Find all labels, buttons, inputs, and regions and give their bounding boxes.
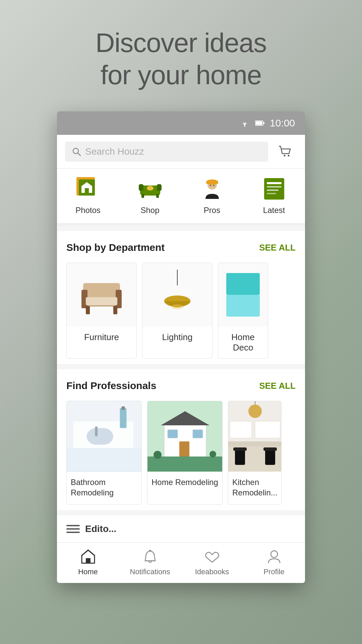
svg-rect-13 <box>139 184 143 191</box>
svg-rect-64 <box>233 447 247 451</box>
search-bar-row: Search Houzz <box>57 135 305 169</box>
svg-rect-25 <box>267 186 282 187</box>
ideabooks-nav-label: Ideabooks <box>195 568 229 576</box>
bottom-nav-notifications[interactable]: Notifications <box>125 548 175 576</box>
battery-icon <box>255 120 264 126</box>
bathroom-illustration <box>67 401 141 472</box>
svg-point-22 <box>213 185 215 186</box>
svg-point-56 <box>209 451 216 458</box>
bottom-nav-home[interactable]: Home <box>63 548 113 576</box>
status-time: 10:00 <box>270 117 295 129</box>
furniture-icon <box>76 270 127 320</box>
svg-rect-15 <box>141 194 144 198</box>
partial-section-title: Edito... <box>85 524 116 534</box>
bathroom-card-img <box>67 401 141 472</box>
search-placeholder: Search Houzz <box>85 146 144 157</box>
svg-rect-72 <box>86 558 90 563</box>
svg-rect-40 <box>226 295 260 317</box>
nav-item-pros[interactable]: Pros <box>199 175 226 215</box>
hero-section: Discover ideas for your home <box>0 0 362 111</box>
home-remodel-label: Home Remodeling <box>147 472 222 494</box>
dept-section-title: Shop by Department <box>66 242 165 253</box>
svg-rect-67 <box>255 421 280 438</box>
svg-point-17 <box>147 186 154 191</box>
pros-icon <box>199 175 226 202</box>
svg-rect-52 <box>168 430 178 438</box>
kitchen-remodel-img <box>228 401 281 472</box>
svg-point-6 <box>284 155 286 157</box>
svg-rect-34 <box>86 297 117 305</box>
cart-icon-wrap[interactable] <box>274 142 297 162</box>
home-remodel-illustration <box>147 401 222 472</box>
app-frame: 10:00 Search Houzz <box>57 111 305 583</box>
pro-card-bathroom[interactable]: Bathroom Remodeling <box>66 401 142 505</box>
svg-rect-51 <box>179 441 189 458</box>
bottom-nav-ideabooks[interactable]: Ideabooks <box>187 548 237 576</box>
svg-line-5 <box>78 153 80 156</box>
svg-rect-45 <box>95 426 98 436</box>
pros-see-all[interactable]: SEE ALL <box>259 381 296 391</box>
profile-nav-icon <box>266 548 283 565</box>
svg-rect-3 <box>263 122 264 124</box>
home-remodel-img <box>147 401 222 472</box>
svg-rect-66 <box>230 421 252 438</box>
furniture-label: Furniture <box>67 327 136 348</box>
nav-item-shop[interactable]: Shop <box>137 175 164 215</box>
svg-rect-65 <box>263 447 277 451</box>
svg-rect-14 <box>157 184 162 191</box>
dept-section-header: Shop by Department SEE ALL <box>66 242 296 253</box>
photos-label: Photos <box>75 206 101 215</box>
svg-rect-11 <box>85 188 89 193</box>
latest-label: Latest <box>263 206 285 215</box>
lighting-icon-svg <box>161 270 194 320</box>
svg-rect-54 <box>147 457 222 472</box>
partial-section: Edito... <box>57 516 305 542</box>
search-input-wrap[interactable]: Search Houzz <box>65 142 268 162</box>
pros-section-header: Find Professionals SEE ALL <box>66 380 296 391</box>
pro-card-kitchen[interactable]: Kitchen Remodelin... <box>228 401 282 505</box>
pro-card-home-remodel[interactable]: Home Remodeling <box>147 401 223 505</box>
pros-section-title: Find Professionals <box>66 380 156 391</box>
home-nav-icon <box>80 548 97 565</box>
svg-rect-32 <box>86 306 90 314</box>
ideabooks-nav-icon <box>204 548 221 565</box>
svg-rect-70 <box>66 532 80 533</box>
notifications-nav-label: Notifications <box>130 568 170 576</box>
svg-rect-46 <box>120 408 127 428</box>
cart-icon <box>277 143 294 160</box>
svg-rect-16 <box>156 194 159 198</box>
svg-rect-20 <box>206 182 218 184</box>
bottom-nav: Home Notifications Ideabooks <box>57 542 305 583</box>
bathroom-label: Bathroom Remodeling <box>67 472 141 504</box>
svg-rect-23 <box>264 178 284 200</box>
dept-card-lighting[interactable]: Lighting <box>142 263 213 359</box>
svg-line-73 <box>82 550 88 555</box>
svg-rect-33 <box>113 306 117 314</box>
dept-cards-row: Furniture Lighting <box>66 263 296 359</box>
dept-card-furniture[interactable]: Furniture <box>66 263 137 359</box>
svg-rect-26 <box>267 190 279 191</box>
svg-rect-24 <box>267 182 282 184</box>
wifi-icon <box>240 119 250 127</box>
svg-rect-29 <box>83 283 120 298</box>
homedeco-label: Home Deco <box>218 327 268 358</box>
home-nav-label: Home <box>78 568 98 576</box>
dept-see-all[interactable]: SEE ALL <box>259 243 296 253</box>
svg-rect-44 <box>86 428 113 445</box>
notifications-nav-icon <box>142 548 159 565</box>
shop-by-dept-section: Shop by Department SEE ALL <box>57 231 305 364</box>
find-pros-section: Find Professionals SEE ALL <box>57 369 305 510</box>
nav-item-photos[interactable]: Photos <box>75 175 102 215</box>
nav-item-latest[interactable]: Latest <box>261 175 288 215</box>
svg-point-76 <box>149 550 151 552</box>
svg-point-0 <box>244 125 245 127</box>
profile-nav-label: Profile <box>263 568 284 576</box>
svg-rect-58 <box>228 441 281 446</box>
search-icon <box>72 147 81 156</box>
lighting-label: Lighting <box>142 327 212 348</box>
shop-icon <box>137 175 164 202</box>
svg-point-55 <box>154 451 162 459</box>
dept-card-homedeco[interactable]: Home Deco <box>218 263 268 359</box>
photos-icon <box>75 175 102 202</box>
bottom-nav-profile[interactable]: Profile <box>249 548 299 576</box>
